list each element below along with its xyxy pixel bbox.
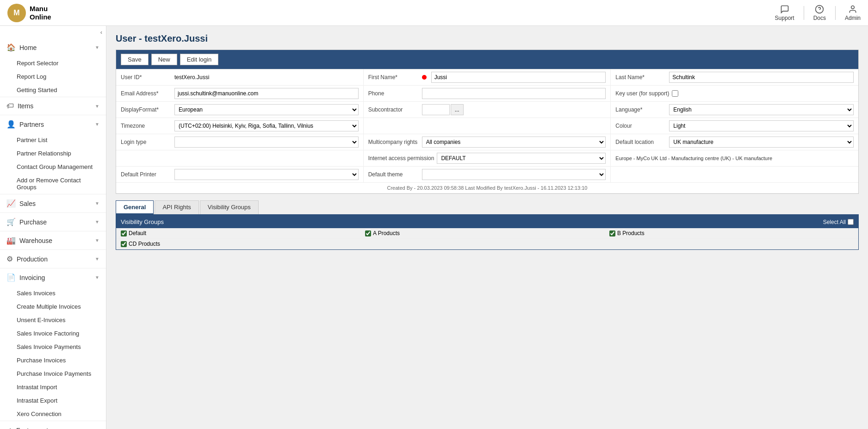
subcontractor-browse-button[interactable]: ... (451, 104, 464, 115)
divider-1 (804, 6, 804, 20)
sidebar-item-contact-group-management[interactable]: Contact Group Management (0, 160, 106, 174)
first-name-input[interactable] (431, 72, 606, 83)
email-input[interactable] (174, 88, 359, 99)
internet-access-select[interactable]: DEFAULT (437, 153, 606, 164)
sidebar-item-partner-relationship[interactable]: Partner Relationship (0, 147, 106, 160)
last-name-field: Last Name* (611, 69, 858, 86)
sidebar-item-intrastat-export[interactable]: Intrastat Export (0, 394, 106, 407)
sidebar-item-warehouse[interactable]: 🏭Warehouse ▼ (0, 231, 106, 249)
sidebar-section-sales: 📈Sales ▼ (0, 194, 106, 213)
sales-icon: 📈 (6, 199, 16, 207)
vg-label-default: Default (129, 230, 146, 236)
vg-checkbox-b-products[interactable] (609, 230, 615, 236)
factory-setup-icon: ➜ (6, 426, 12, 429)
internet-access-field: Internet access permission DEFAULT (364, 150, 611, 167)
sidebar-item-sales-invoice-payments[interactable]: Sales Invoice Payments (0, 340, 106, 354)
subcontractor-field: Subcontractor ... (364, 102, 611, 118)
timezone-field: Timezone (UTC+02:00) Helsinki, Kyiv, Rig… (116, 118, 364, 134)
sidebar-item-sales[interactable]: 📈Sales ▼ (0, 194, 106, 212)
sidebar-item-xero-connection[interactable]: Xero Connection (0, 407, 106, 421)
sidebar-item-production[interactable]: ⚙Production ▼ (0, 250, 106, 268)
vg-label-b-products: B Products (617, 230, 645, 236)
timezone-select[interactable]: (UTC+02:00) Helsinki, Kyiv, Riga, Sofia,… (174, 120, 359, 131)
sidebar-sales-label: Sales (19, 200, 36, 207)
last-name-label: Last Name* (615, 74, 666, 81)
login-type-label: Login type (121, 139, 172, 145)
form-fields: User ID* testXero.Jussi First Name* Last… (116, 69, 858, 193)
key-user-field: Key user (for support) (611, 86, 858, 102)
vg-label-a-products: A Products (373, 230, 400, 236)
tab-general[interactable]: General (116, 200, 154, 214)
collapse-button[interactable]: ‹ (0, 26, 106, 38)
display-format-field: DisplayFormat* European (116, 102, 364, 118)
sidebar-section-invoicing: 📄Invoicing ▼ Sales Invoices Create Multi… (0, 268, 106, 421)
select-all-group: Select All (823, 219, 854, 225)
vg-checkbox-a-products[interactable] (365, 230, 371, 236)
items-icon: 🏷 (6, 102, 14, 110)
save-button[interactable]: Save (121, 54, 149, 65)
vg-checkbox-default[interactable] (121, 230, 127, 236)
subcontractor-input[interactable] (422, 104, 450, 115)
sidebar-home-label: Home (19, 44, 37, 51)
sidebar-item-factory-setup[interactable]: ➜Factory setup ▼ (0, 421, 106, 429)
sidebar-item-report-selector[interactable]: Report Selector (0, 56, 106, 70)
edit-login-button[interactable]: Edit login (180, 54, 218, 65)
select-all-checkbox[interactable] (848, 219, 854, 225)
tab-visibility-groups[interactable]: Visibility Groups (200, 200, 259, 214)
sidebar-item-report-log[interactable]: Report Log (0, 70, 106, 83)
logo-icon: M (7, 4, 26, 22)
phone-label: Phone (368, 90, 419, 97)
sidebar-item-partners[interactable]: 👤Partners ▼ (0, 115, 106, 133)
sidebar-item-sales-invoice-factoring[interactable]: Sales Invoice Factoring (0, 327, 106, 340)
sidebar-item-getting-started[interactable]: Getting Started (0, 83, 106, 97)
production-icon: ⚙ (6, 255, 13, 263)
multicompany-select[interactable]: All companies (422, 137, 606, 148)
sidebar-item-invoicing[interactable]: 📄Invoicing ▼ (0, 268, 106, 286)
location-full-text: Europe - MyCo UK Ltd - Manufacturing cen… (615, 155, 854, 161)
colour-select[interactable]: Light (669, 120, 854, 131)
key-user-checkbox[interactable] (672, 90, 678, 97)
chevron-right-icon-production: ▼ (95, 256, 99, 261)
red-dot-icon (422, 75, 427, 80)
language-select[interactable]: English (669, 104, 854, 115)
display-format-label: DisplayFormat* (121, 106, 172, 113)
default-theme-select[interactable] (422, 169, 606, 180)
vg-item-default: Default (121, 230, 365, 236)
sidebar-item-sales-invoices[interactable]: Sales Invoices (0, 286, 106, 300)
sidebar-item-intrastat-import[interactable]: Intrastat Import (0, 380, 106, 394)
chevron-right-icon-purchase: ▼ (95, 219, 99, 224)
sidebar-item-purchase-invoices[interactable]: Purchase Invoices (0, 354, 106, 367)
admin-button[interactable]: Admin (845, 5, 861, 21)
docs-button[interactable]: Docs (813, 5, 826, 21)
sidebar-item-purchase[interactable]: 🛒Purchase ▼ (0, 213, 106, 231)
language-label: Language* (615, 106, 666, 113)
default-location-select[interactable]: UK manufacture (669, 137, 854, 148)
user-form-card: Save New Edit login User ID* testXero.Ju… (116, 50, 859, 194)
support-button[interactable]: Support (775, 5, 794, 21)
subcontractor-input-group: ... (422, 104, 464, 115)
docs-label: Docs (813, 15, 826, 21)
vg-checkbox-cd-products[interactable] (121, 241, 127, 247)
sidebar-item-add-remove-contact-groups[interactable]: Add or Remove Contact Groups (0, 174, 106, 194)
sidebar-section-home: 🏠Home ▼ Report Selector Report Log Getti… (0, 38, 106, 97)
new-button[interactable]: New (151, 54, 177, 65)
sidebar-item-items[interactable]: 🏷Items ▼ (0, 97, 106, 115)
sidebar-production-label: Production (17, 255, 48, 263)
chevron-down-icon: ▼ (95, 45, 99, 50)
sidebar-item-partner-list[interactable]: Partner List (0, 133, 106, 147)
login-type-select[interactable] (174, 137, 359, 148)
sidebar-item-home[interactable]: 🏠Home ▼ (0, 38, 106, 56)
user-id-value: testXero.Jussi (174, 74, 359, 81)
login-type-field: Login type (116, 134, 364, 150)
sidebar-item-unsent-e-invoices[interactable]: Unsent E-Invoices (0, 313, 106, 327)
phone-input[interactable] (422, 88, 606, 99)
last-name-input[interactable] (669, 72, 854, 83)
sidebar-item-create-multiple-invoices[interactable]: Create Multiple Invoices (0, 300, 106, 313)
default-printer-select[interactable] (174, 169, 359, 180)
display-format-select[interactable]: European (174, 104, 359, 115)
subcontractor-label: Subcontractor (368, 106, 419, 113)
first-name-label: First Name* (368, 74, 419, 81)
sidebar-item-purchase-invoice-payments[interactable]: Purchase Invoice Payments (0, 367, 106, 380)
user-id-label: User ID* (121, 74, 172, 81)
tab-api-rights[interactable]: API Rights (155, 200, 198, 214)
